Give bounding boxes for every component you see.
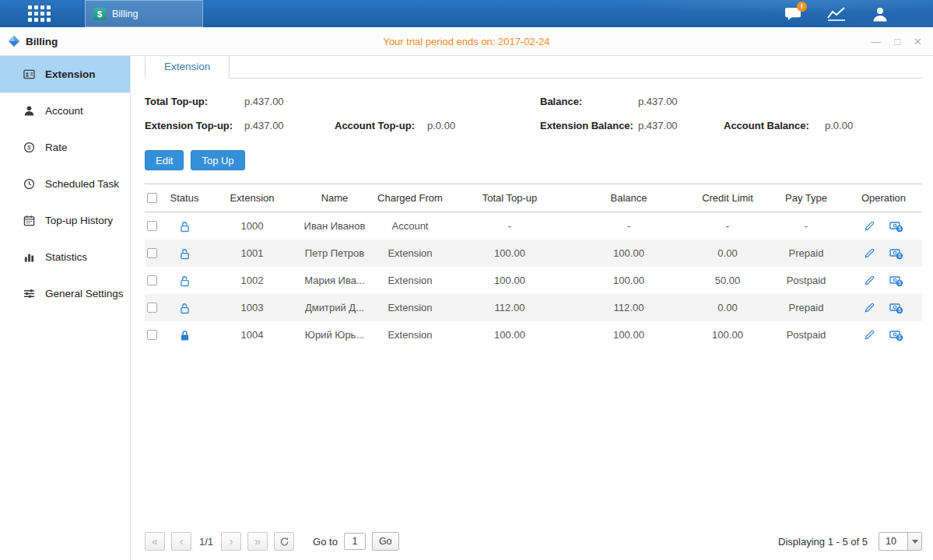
- topup-row-icon[interactable]: $: [889, 247, 903, 260]
- extension-cell: 1001: [205, 247, 299, 259]
- summary-row-1: Total Top-up: p.437.00 Balance: p.437.00: [145, 92, 922, 116]
- first-page-button[interactable]: «: [145, 532, 165, 551]
- col-extension[interactable]: Extension: [205, 192, 299, 204]
- window-controls: — □ ✕: [871, 36, 933, 47]
- apps-grid-icon[interactable]: [28, 5, 51, 22]
- topup-row-icon[interactable]: $: [889, 302, 903, 314]
- account-balance-value: p.0.00: [825, 120, 853, 131]
- sidebar-item-topup-history[interactable]: Top-up History: [0, 202, 130, 239]
- select-all-checkbox[interactable]: [147, 193, 157, 203]
- edit-button[interactable]: Edit: [145, 150, 184, 170]
- balance-cell: 100.00: [570, 247, 688, 259]
- table-row[interactable]: 1002 Мария Ива... Extension 100.00 100.0…: [145, 267, 922, 294]
- credit-limit-cell: 0.00: [688, 247, 767, 259]
- name-cell: Иван Иванов: [299, 220, 370, 232]
- maximize-icon[interactable]: □: [894, 36, 900, 47]
- extension-topup-value: p.437.00: [244, 120, 284, 131]
- notification-badge: !: [797, 2, 807, 12]
- sidebar-item-general-settings[interactable]: General Settings: [0, 275, 130, 312]
- edit-row-icon[interactable]: [864, 220, 875, 233]
- system-topbar: $ Billing !: [0, 0, 933, 27]
- svg-text:$: $: [898, 280, 901, 285]
- balance-cell: 100.00: [570, 275, 688, 286]
- close-icon[interactable]: ✕: [914, 36, 922, 47]
- topup-row-icon[interactable]: $: [889, 329, 903, 341]
- calendar-icon: [23, 215, 35, 226]
- page-size-value: 10: [879, 536, 907, 547]
- page-size-select[interactable]: 10: [879, 532, 922, 551]
- extension-table: Status Extension Name Charged From Total…: [145, 184, 922, 348]
- sidebar-item-account[interactable]: Account: [0, 93, 130, 129]
- resource-monitor-icon[interactable]: [826, 5, 847, 23]
- app-body: Extension Account $ Rate: [0, 56, 933, 560]
- row-checkbox[interactable]: [147, 248, 157, 258]
- table-row[interactable]: 1001 Петр Петров Extension 100.00 100.00…: [145, 240, 922, 267]
- row-checkbox[interactable]: [147, 330, 157, 340]
- svg-text:$: $: [898, 226, 901, 231]
- col-charged-from[interactable]: Charged From: [370, 192, 450, 204]
- sidebar-item-extension[interactable]: Extension: [0, 56, 130, 93]
- col-pay-type[interactable]: Pay Type: [767, 192, 845, 204]
- table-row[interactable]: 1004 Юрий Юрь... Extension 100.00 100.00…: [145, 321, 922, 348]
- goto-page-input[interactable]: [344, 533, 366, 550]
- refresh-button[interactable]: [274, 532, 294, 551]
- sidebar-item-rate[interactable]: $ Rate: [0, 129, 130, 166]
- charged-from-cell: Extension: [370, 329, 450, 341]
- col-credit-limit[interactable]: Credit Limit: [688, 192, 767, 204]
- status-lock-icon: [163, 219, 205, 232]
- name-cell: Дмитрий Д...: [299, 302, 370, 313]
- edit-row-icon[interactable]: [864, 302, 875, 314]
- pay-type-cell: Prepaid: [767, 247, 845, 259]
- refresh-icon: [279, 537, 289, 547]
- summary-panel: Total Top-up: p.437.00 Balance: p.437.00…: [145, 79, 922, 140]
- pay-type-cell: Prepaid: [767, 302, 845, 313]
- extension-balance-label: Extension Balance:: [540, 120, 633, 131]
- svg-text:$: $: [27, 144, 31, 151]
- main-panel: Extension Total Top-up: p.437.00 Balance…: [131, 56, 933, 560]
- top-up-button[interactable]: Top Up: [191, 150, 244, 170]
- tab-extension[interactable]: Extension: [145, 55, 230, 79]
- window-title-text: Billing: [26, 36, 58, 47]
- billing-app-tab-label: Billing: [112, 9, 138, 19]
- pagination-bar: « ‹ 1/1 › » Go to Go Displaying 1 - 5 of…: [145, 532, 922, 560]
- charged-from-cell: Extension: [370, 247, 450, 259]
- sidebar-item-label: Statistics: [45, 251, 87, 263]
- sidebar-item-label: Top-up History: [45, 215, 113, 226]
- notifications-icon[interactable]: !: [783, 5, 803, 23]
- charged-from-cell: Extension: [370, 302, 450, 313]
- sidebar-item-label: General Settings: [45, 288, 124, 299]
- account-topup-label: Account Top-up:: [335, 120, 415, 131]
- minimize-icon[interactable]: —: [871, 36, 881, 47]
- sidebar-item-statistics[interactable]: Statistics: [0, 239, 130, 275]
- col-balance[interactable]: Balance: [570, 192, 688, 204]
- next-page-button[interactable]: ›: [221, 532, 241, 551]
- sidebar-item-label: Account: [45, 105, 83, 117]
- col-status[interactable]: Status: [163, 192, 205, 204]
- user-account-icon[interactable]: [870, 5, 890, 23]
- last-page-button[interactable]: »: [247, 532, 268, 551]
- edit-row-icon[interactable]: [864, 247, 875, 260]
- go-button[interactable]: Go: [372, 532, 399, 551]
- row-checkbox[interactable]: [147, 275, 157, 285]
- goto-label: Go to: [313, 536, 338, 548]
- action-buttons: Edit Top Up: [145, 150, 922, 170]
- edit-row-icon[interactable]: [864, 275, 875, 287]
- sidebar-item-scheduled-task[interactable]: Scheduled Task: [0, 166, 130, 202]
- credit-limit-cell: 100.00: [688, 329, 767, 341]
- table-row[interactable]: 1003 Дмитрий Д... Extension 112.00 112.0…: [145, 294, 922, 321]
- topup-row-icon[interactable]: $: [889, 275, 903, 287]
- table-row[interactable]: 1000 Иван Иванов Account - - - - $: [145, 212, 922, 240]
- prev-page-button[interactable]: ‹: [171, 532, 191, 551]
- topup-row-icon[interactable]: $: [889, 220, 903, 233]
- row-checkbox[interactable]: [147, 303, 157, 313]
- billing-app-tab[interactable]: $ Billing: [85, 0, 203, 27]
- col-name[interactable]: Name: [299, 192, 370, 204]
- name-cell: Юрий Юрь...: [299, 329, 370, 341]
- sliders-icon: [23, 288, 35, 299]
- sidebar-item-label: Extension: [45, 68, 96, 80]
- screen: $ Billing !: [0, 0, 933, 560]
- col-total-topup[interactable]: Total Top-up: [450, 192, 570, 204]
- row-checkbox[interactable]: [147, 221, 157, 231]
- edit-row-icon[interactable]: [864, 329, 875, 341]
- charged-from-cell: Extension: [370, 275, 450, 286]
